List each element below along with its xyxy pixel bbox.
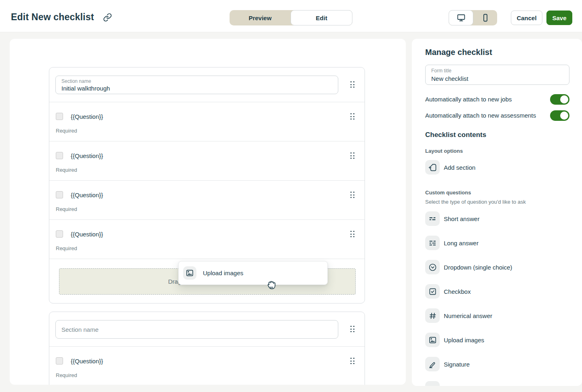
custom-questions-label: Custom questions [425,190,471,196]
question-type-signature[interactable]: Signature [425,357,569,371]
question-type-label: Long answer [444,240,479,247]
toggle-knob [560,112,568,120]
dragged-card-label: Upload images [203,270,243,276]
grabbing-hand-cursor [265,278,278,291]
question-row: {{Question}}Required [49,346,365,385]
add-section-icon [425,160,440,175]
question-text[interactable]: {{Question}} [71,152,103,159]
toggle-label: Automatically attach to new assessments [425,112,536,119]
drag-handle[interactable] [350,152,355,160]
toggle-label: Automatically attach to new jobs [425,96,512,103]
question-checkbox[interactable] [56,113,63,120]
question-row: {{Question}}Required [49,102,365,141]
numerical-icon [425,308,440,323]
question-type-label: Short answer [444,215,479,222]
toggle-row-attach-assessments: Automatically attach to new assessments [425,110,569,121]
top-header: Edit New checklist Preview Edit Cancel S… [0,0,582,32]
drag-handle[interactable] [350,80,355,89]
question-type-checkbox[interactable]: Checkbox [425,284,569,299]
question-type-label: Checkbox [444,288,471,295]
layout-options-label: Layout options [425,148,463,154]
form-title-value: New checklist [431,75,468,82]
question-text[interactable]: {{Question}} [71,231,103,238]
device-preview-toggle [449,10,497,25]
question-type-partial[interactable] [425,381,569,386]
question-checkbox[interactable] [56,152,63,159]
drag-handle[interactable] [350,191,355,199]
add-section-label: Add section [444,164,475,171]
question-type-label: Upload images [444,337,484,344]
save-button[interactable]: Save [546,11,572,25]
attach-to-assessments-toggle[interactable] [550,110,569,121]
question-list: {{Question}}Required{{Question}}Required… [49,102,365,259]
question-checkbox[interactable] [56,191,63,198]
mobile-icon [481,13,490,23]
question-type-dropdown-single-choice[interactable]: Dropdown (single choice) [425,260,569,274]
section-header: Section name Initial walkthrough [49,67,365,102]
section-name-value: Initial walkthrough [61,85,110,92]
question-row: {{Question}}Required [49,219,365,259]
question-list: {{Question}}Required [49,346,365,385]
required-label: Required [56,128,77,134]
section-header: Section name [49,312,365,346]
question-text[interactable]: {{Question}} [71,113,103,120]
dropdown-icon [425,260,440,274]
upload-images-icon [183,266,196,280]
section-name-label: Section name [61,78,91,84]
short-answer-icon [425,211,440,226]
question-type-upload-images[interactable]: Upload images [425,333,569,347]
view-mode-toggle: Preview Edit [230,10,352,25]
toggle-row-attach-jobs: Automatically attach to new jobs [425,94,569,105]
dragged-question-card[interactable]: Upload images [178,261,328,285]
checklist-contents-title: Checklist contents [425,131,486,139]
question-row: {{Question}}Required [49,141,365,180]
section-name-placeholder: Section name [61,326,99,333]
add-section-button[interactable]: Add section [425,160,475,175]
question-type-short-answer[interactable]: Short answer [425,211,569,226]
attach-to-jobs-toggle[interactable] [550,94,569,105]
question-type-label: Signature [444,361,470,368]
question-row: {{Question}}Required [49,180,365,219]
tab-edit[interactable]: Edit [291,10,352,25]
question-type-long-answer[interactable]: Long answer [425,236,569,250]
desktop-toggle-button[interactable] [449,10,473,25]
cancel-button[interactable]: Cancel [511,11,542,25]
question-checkbox[interactable] [56,230,63,238]
drag-handle[interactable] [350,112,355,120]
drag-handle[interactable] [350,325,355,333]
signature-icon [425,357,440,371]
link-icon[interactable] [103,13,112,22]
question-type-numerical-answer[interactable]: Numerical answer [425,308,569,323]
drag-handle[interactable] [350,230,355,238]
upload-images-icon [425,333,440,347]
checklist-canvas: Section name Initial walkthrough {{Quest… [10,39,406,385]
question-text[interactable]: {{Question}} [71,358,103,365]
question-type-label: Numerical answer [444,312,492,319]
custom-questions-hint: Select the type of question you'd like t… [425,199,526,205]
question-type-list: Short answerLong answerDropdown (single … [425,211,569,386]
checkbox-type-icon [425,284,440,299]
question-checkbox[interactable] [56,357,63,365]
required-label: Required [56,245,77,251]
form-title-label: Form title [431,68,451,74]
required-label: Required [56,167,77,173]
mobile-toggle-button[interactable] [473,10,497,25]
section-name-input[interactable]: Section name Initial walkthrough [55,76,338,94]
partial-icon [425,381,440,386]
manage-checklist-panel: Manage checklist Form title New checklis… [412,39,582,386]
required-label: Required [56,372,77,378]
section-card: Section name {{Question}}Required [49,312,365,385]
long-answer-icon [425,236,440,250]
required-label: Required [56,206,77,212]
form-title-input[interactable]: Form title New checklist [425,65,569,85]
section-name-input[interactable]: Section name [55,320,338,339]
page-title: Edit New checklist [11,12,94,23]
question-type-label: Dropdown (single choice) [444,264,512,271]
sidebar-title: Manage checklist [425,48,492,57]
question-text[interactable]: {{Question}} [71,192,103,198]
drag-handle[interactable] [350,357,355,365]
toggle-knob [560,95,568,103]
desktop-icon [456,13,466,23]
tab-preview[interactable]: Preview [230,10,291,25]
